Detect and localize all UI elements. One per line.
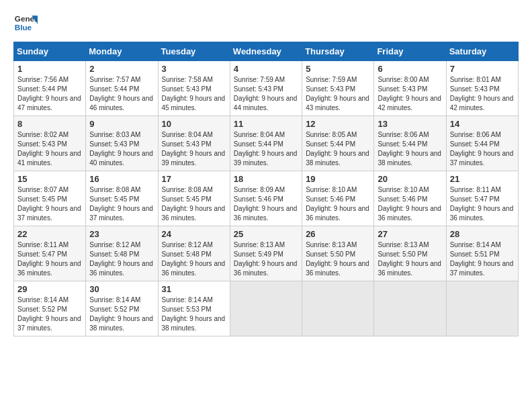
day-cell: 3 Sunrise: 7:58 AMSunset: 5:43 PMDayligh… [158,61,230,116]
day-number: 23 [89,229,154,239]
day-info: Sunrise: 8:04 AMSunset: 5:43 PMDaylight:… [162,131,226,167]
day-info: Sunrise: 8:09 AMSunset: 5:46 PMDaylight:… [234,186,298,222]
col-header-tuesday: Tuesday [158,42,230,61]
day-number: 24 [162,229,226,239]
day-number: 28 [450,229,515,239]
day-number: 29 [17,284,82,294]
day-number: 30 [89,284,154,294]
day-cell: 29 Sunrise: 8:14 AMSunset: 5:52 PMDaylig… [14,281,86,336]
day-info: Sunrise: 8:01 AMSunset: 5:43 PMDaylight:… [450,76,514,111]
day-cell: 10 Sunrise: 8:04 AMSunset: 5:43 PMDaylig… [158,116,230,171]
day-number: 31 [162,284,226,294]
day-cell: 2 Sunrise: 7:57 AMSunset: 5:44 PMDayligh… [86,61,158,116]
day-cell: 13 Sunrise: 8:06 AMSunset: 5:44 PMDaylig… [374,116,446,171]
day-info: Sunrise: 8:08 AMSunset: 5:45 PMDaylight:… [162,186,226,222]
day-number: 7 [450,64,515,74]
day-cell [302,281,374,336]
week-row-2: 8 Sunrise: 8:02 AMSunset: 5:43 PMDayligh… [14,116,519,171]
day-number: 18 [234,174,298,184]
day-info: Sunrise: 8:11 AMSunset: 5:47 PMDaylight:… [17,241,81,277]
day-cell: 5 Sunrise: 7:59 AMSunset: 5:43 PMDayligh… [302,61,374,116]
day-info: Sunrise: 8:07 AMSunset: 5:45 PMDaylight:… [17,186,81,222]
calendar-page: General Blue SundayMondayTuesdayWednesda… [0,0,532,347]
day-cell: 4 Sunrise: 7:59 AMSunset: 5:43 PMDayligh… [230,61,302,116]
day-number: 2 [89,64,154,74]
day-cell [446,281,518,336]
day-cell: 30 Sunrise: 8:14 AMSunset: 5:52 PMDaylig… [86,281,158,336]
day-info: Sunrise: 7:58 AMSunset: 5:43 PMDaylight:… [162,76,226,111]
day-info: Sunrise: 8:13 AMSunset: 5:50 PMDaylight:… [378,241,441,277]
day-info: Sunrise: 8:06 AMSunset: 5:44 PMDaylight:… [450,131,514,167]
day-cell: 20 Sunrise: 8:10 AMSunset: 5:46 PMDaylig… [374,171,446,226]
day-info: Sunrise: 8:14 AMSunset: 5:52 PMDaylight:… [89,296,153,332]
week-row-5: 29 Sunrise: 8:14 AMSunset: 5:52 PMDaylig… [14,281,519,336]
day-cell: 9 Sunrise: 8:03 AMSunset: 5:43 PMDayligh… [86,116,158,171]
day-cell: 8 Sunrise: 8:02 AMSunset: 5:43 PMDayligh… [14,116,86,171]
day-cell: 1 Sunrise: 7:56 AMSunset: 5:44 PMDayligh… [14,61,86,116]
col-header-sunday: Sunday [14,42,86,61]
day-info: Sunrise: 7:59 AMSunset: 5:43 PMDaylight:… [306,76,369,111]
day-info: Sunrise: 8:02 AMSunset: 5:43 PMDaylight:… [17,131,81,167]
day-info: Sunrise: 8:08 AMSunset: 5:45 PMDaylight:… [89,186,153,222]
day-cell: 27 Sunrise: 8:13 AMSunset: 5:50 PMDaylig… [374,226,446,281]
day-cell [374,281,446,336]
day-number: 27 [378,229,442,239]
day-number: 4 [234,64,298,74]
day-number: 9 [89,119,154,129]
day-cell: 17 Sunrise: 8:08 AMSunset: 5:45 PMDaylig… [158,171,230,226]
day-cell: 22 Sunrise: 8:11 AMSunset: 5:47 PMDaylig… [14,226,86,281]
calendar-table: SundayMondayTuesdayWednesdayThursdayFrid… [13,42,519,336]
day-cell: 28 Sunrise: 8:14 AMSunset: 5:51 PMDaylig… [446,226,518,281]
day-number: 3 [162,64,226,74]
day-cell: 18 Sunrise: 8:09 AMSunset: 5:46 PMDaylig… [230,171,302,226]
day-number: 11 [234,119,298,129]
col-header-saturday: Saturday [446,42,518,61]
day-number: 8 [17,119,82,129]
week-row-3: 15 Sunrise: 8:07 AMSunset: 5:45 PMDaylig… [14,171,519,226]
day-number: 13 [378,119,442,129]
logo-icon: General Blue [13,11,38,35]
day-cell: 14 Sunrise: 8:06 AMSunset: 5:44 PMDaylig… [446,116,518,171]
week-row-1: 1 Sunrise: 7:56 AMSunset: 5:44 PMDayligh… [14,61,519,116]
col-header-thursday: Thursday [302,42,374,61]
day-cell [230,281,302,336]
day-cell: 6 Sunrise: 8:00 AMSunset: 5:43 PMDayligh… [374,61,446,116]
header: General Blue [13,11,519,35]
day-info: Sunrise: 8:14 AMSunset: 5:52 PMDaylight:… [17,296,81,332]
day-number: 10 [162,119,226,129]
day-cell: 24 Sunrise: 8:12 AMSunset: 5:48 PMDaylig… [158,226,230,281]
day-info: Sunrise: 8:10 AMSunset: 5:46 PMDaylight:… [378,186,441,222]
day-info: Sunrise: 8:13 AMSunset: 5:49 PMDaylight:… [234,241,298,277]
day-info: Sunrise: 7:57 AMSunset: 5:44 PMDaylight:… [89,76,153,111]
day-info: Sunrise: 7:56 AMSunset: 5:44 PMDaylight:… [17,76,81,111]
day-info: Sunrise: 8:06 AMSunset: 5:44 PMDaylight:… [378,131,441,167]
day-number: 26 [306,229,370,239]
day-number: 25 [234,229,298,239]
day-number: 20 [378,174,442,184]
day-cell: 26 Sunrise: 8:13 AMSunset: 5:50 PMDaylig… [302,226,374,281]
day-cell: 31 Sunrise: 8:14 AMSunset: 5:53 PMDaylig… [158,281,230,336]
logo: General Blue [13,11,38,35]
day-info: Sunrise: 7:59 AMSunset: 5:43 PMDaylight:… [234,76,298,111]
day-cell: 11 Sunrise: 8:04 AMSunset: 5:44 PMDaylig… [230,116,302,171]
svg-text:Blue: Blue [15,23,32,32]
day-cell: 7 Sunrise: 8:01 AMSunset: 5:43 PMDayligh… [446,61,518,116]
day-number: 22 [17,229,82,239]
col-header-monday: Monday [86,42,158,61]
day-number: 12 [306,119,370,129]
header-row: SundayMondayTuesdayWednesdayThursdayFrid… [14,42,519,61]
day-cell: 12 Sunrise: 8:05 AMSunset: 5:44 PMDaylig… [302,116,374,171]
week-row-4: 22 Sunrise: 8:11 AMSunset: 5:47 PMDaylig… [14,226,519,281]
day-number: 15 [17,174,82,184]
day-cell: 16 Sunrise: 8:08 AMSunset: 5:45 PMDaylig… [86,171,158,226]
day-number: 5 [306,64,370,74]
day-number: 19 [306,174,370,184]
day-cell: 19 Sunrise: 8:10 AMSunset: 5:46 PMDaylig… [302,171,374,226]
day-number: 6 [378,64,442,74]
day-number: 21 [450,174,515,184]
col-header-wednesday: Wednesday [230,42,302,61]
day-number: 1 [17,64,82,74]
day-info: Sunrise: 8:10 AMSunset: 5:46 PMDaylight:… [306,186,369,222]
day-cell: 15 Sunrise: 8:07 AMSunset: 5:45 PMDaylig… [14,171,86,226]
day-info: Sunrise: 8:13 AMSunset: 5:50 PMDaylight:… [306,241,369,277]
